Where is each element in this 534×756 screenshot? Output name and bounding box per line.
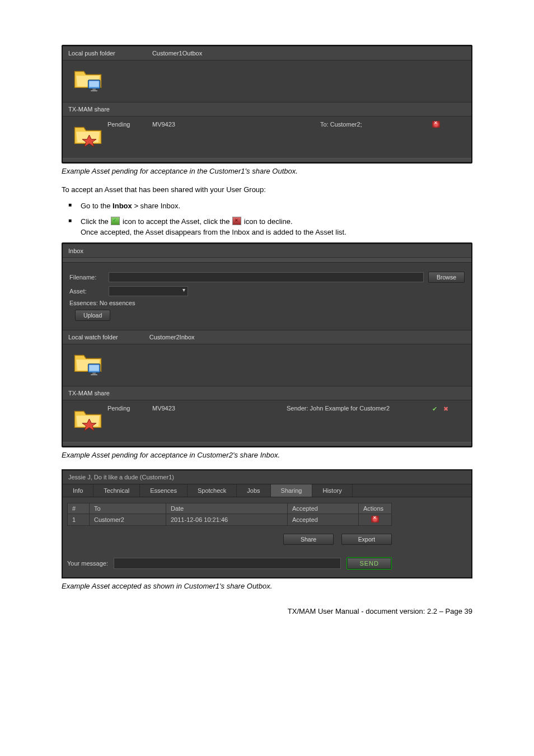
decline-icon[interactable] [432, 121, 440, 128]
instruction-1: Go to the Inbox > share Inbox. [81, 200, 472, 212]
filename-label: Filename: [69, 274, 109, 281]
decline-icon-btn[interactable]: ✖ [443, 405, 451, 412]
folder-monitor-icon-2 [68, 349, 107, 377]
txmam-header-1: TX-MAM share [63, 102, 471, 116]
outbox-status: Pending [107, 121, 152, 128]
col-to: To [90, 503, 166, 514]
share-table: # To Date Accepted Actions 1 Customer2 2… [67, 503, 392, 526]
accept-icon [111, 217, 120, 225]
asset-dropdown[interactable] [109, 286, 188, 296]
outbox-to: To: Customer2; [320, 121, 432, 128]
col-actions: Actions [359, 503, 392, 514]
tab-info[interactable]: Info [63, 484, 93, 497]
cell-num: 1 [68, 514, 90, 525]
caption-3: Example Asset accepted as shown in Custo… [62, 582, 472, 590]
instruction-2: Click the icon to accept the Asset, clic… [81, 216, 472, 238]
local-push-header: Local push folder Customer1Outbox [63, 46, 471, 60]
message-row: Your message: SEND [67, 557, 392, 570]
local-watch-row [63, 344, 471, 386]
outbox-panel: Local push folder Customer1Outbox TX-MAM… [62, 45, 472, 164]
share-buttons: Share Export [67, 534, 392, 545]
local-watch-label: Local watch folder [68, 334, 118, 340]
tab-history[interactable]: History [312, 484, 352, 497]
share-table-row: 1 Customer2 2011-12-06 10:21:46 Accepted [68, 514, 392, 525]
accept-icon-btn[interactable]: ✔ [432, 405, 439, 412]
instruction-list: Go to the Inbox > share Inbox. Click the… [62, 200, 472, 238]
message-label: Your message: [67, 560, 108, 567]
inbox-panel: Inbox Filename: Browse Asset: Essences: … [62, 242, 472, 447]
txmam-row-1: Pending MV9423 To: Customer2; [63, 116, 471, 158]
caption-2: Example Asset pending for acceptance in … [62, 451, 472, 459]
caption-1: Example Asset pending for acceptance in … [62, 167, 472, 175]
txmam-header-2: TX-MAM share [63, 386, 471, 400]
folder-star-icon-2 [68, 405, 107, 433]
txmam-row-2: Pending MV9423 Sender: John Example for … [63, 400, 471, 442]
inbox-actions: ✔ ✖ [432, 405, 466, 412]
inbox-title: Inbox [63, 244, 471, 258]
outbox-action[interactable] [432, 121, 466, 129]
cell-date: 2011-12-06 10:21:46 [166, 514, 288, 525]
footer-text: TX/MAM User Manual - document version: 2… [62, 607, 472, 615]
inbox-form: Filename: Browse Asset: Essences: No ess… [63, 263, 471, 330]
local-push-row [63, 60, 471, 102]
tab-sharing[interactable]: Sharing [271, 484, 313, 497]
share-table-header: # To Date Accepted Actions [68, 503, 392, 514]
local-push-value: Customer1Outbox [152, 50, 202, 57]
col-date: Date [166, 503, 288, 514]
tab-spotcheck[interactable]: Spotcheck [188, 484, 237, 497]
local-push-label: Local push folder [68, 50, 115, 57]
browse-button[interactable]: Browse [428, 272, 465, 283]
export-button[interactable]: Export [341, 534, 392, 545]
outbox-asset-id: MV9423 [152, 121, 320, 128]
inbox-status: Pending [107, 405, 152, 412]
col-accepted: Accepted [288, 503, 359, 514]
share-button[interactable]: Share [283, 534, 334, 545]
upload-button[interactable]: Upload [75, 310, 110, 321]
cell-actions[interactable] [359, 514, 392, 525]
cell-to: Customer2 [90, 514, 166, 525]
inbox-sender: Sender: John Example for Customer2 [287, 405, 432, 412]
message-input[interactable] [114, 558, 341, 569]
local-watch-value: Customer2Inbox [149, 334, 195, 340]
col-num: # [68, 503, 90, 514]
filename-input[interactable] [109, 272, 424, 282]
sharing-title: Jessie J, Do it like a dude (Customer1) [63, 470, 471, 484]
intro-text: To accept an Asset that has been shared … [62, 185, 472, 194]
tab-essences[interactable]: Essences [140, 484, 188, 497]
send-button[interactable]: SEND [346, 557, 392, 570]
tabs-row: Info Technical Essences Spotcheck Jobs S… [63, 484, 471, 497]
inbox-asset-id: MV9423 [152, 405, 287, 412]
asset-label: Asset: [69, 288, 109, 295]
row-delete-icon[interactable] [371, 516, 379, 522]
folder-star-icon [68, 121, 107, 149]
tab-technical[interactable]: Technical [93, 484, 140, 497]
local-watch-header: Local watch folder Customer2Inbox [63, 330, 471, 344]
sharing-panel: Jessie J, Do it like a dude (Customer1) … [62, 469, 472, 578]
folder-monitor-icon [68, 65, 107, 93]
cell-accepted: Accepted [288, 514, 359, 525]
essences-label: Essences: No essences [69, 300, 135, 306]
decline-icon-inline [232, 217, 241, 225]
tab-jobs[interactable]: Jobs [237, 484, 270, 497]
